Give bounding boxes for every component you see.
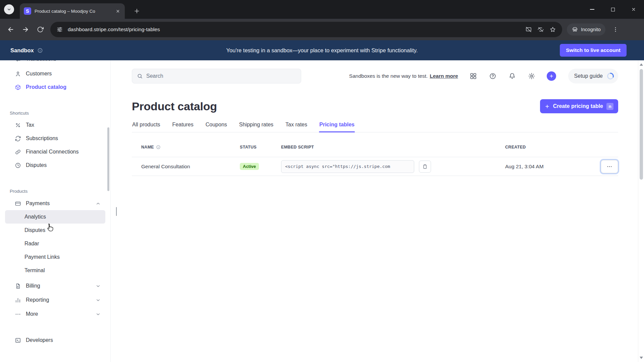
scroll-down-arrow[interactable] (640, 357, 643, 359)
sidebar-item-radar[interactable]: Radar (5, 237, 105, 250)
sidebar-item-financial-connections[interactable]: Financial Connections (5, 145, 105, 159)
info-icon[interactable] (156, 145, 161, 149)
sidebar-section-products: Products (5, 189, 105, 194)
sidebar-section-shortcuts: Shortcuts (5, 111, 105, 116)
tab-pricing-tables[interactable]: Pricing tables (319, 119, 355, 132)
sidebar-item-label: Analytics (24, 214, 46, 220)
settings-button[interactable] (527, 72, 536, 80)
sidebar-item-analytics[interactable]: Analytics (5, 210, 105, 224)
customers-icon (15, 71, 21, 77)
chevron-down-icon (6, 7, 12, 12)
sidebar-item-label: Payments (26, 200, 50, 206)
scrollbar-thumb[interactable] (640, 69, 643, 180)
sidebar-item-terminal[interactable]: Terminal (5, 264, 105, 277)
reload-button[interactable] (33, 22, 48, 37)
browser-toolbar: dashboard.stripe.com/test/pricing-tables… (0, 19, 644, 40)
clipboard-icon (422, 164, 428, 169)
sidebar-item-label: Transactions (26, 60, 56, 62)
tab-features[interactable]: Features (172, 119, 194, 132)
embed-script-text: <script async src="https://js.stripe.com (285, 164, 390, 169)
sidebar-item-more[interactable]: More (5, 307, 105, 321)
tab-shipping-rates[interactable]: Shipping rates (239, 119, 274, 132)
setup-guide-button[interactable]: Setup guide (568, 69, 618, 83)
created-timestamp: Aug 21, 3:04 AM (505, 164, 544, 169)
browser-menu-button[interactable] (609, 23, 622, 36)
tab-tax-rates[interactable]: Tax rates (285, 119, 308, 132)
catalog-tabs: All products Features Coupons Shipping r… (132, 119, 618, 132)
bookmark-star-icon[interactable] (549, 25, 557, 34)
sidebar-scrollbar[interactable] (107, 127, 109, 191)
sidebar-item-label: Product catalog (26, 84, 66, 90)
create-pricing-table-button[interactable]: Create pricing table n (540, 99, 618, 113)
sidebar-item-billing[interactable]: Billing (5, 279, 105, 293)
sidebar-item-label: Tax (26, 122, 34, 128)
quick-create-button[interactable] (547, 71, 556, 81)
sidebar-item-payment-links[interactable]: Payment Links (5, 250, 105, 264)
incognito-label: Incognito (581, 27, 601, 32)
window-maximize-button[interactable] (602, 0, 623, 19)
url-bar[interactable]: dashboard.stripe.com/test/pricing-tables (50, 22, 562, 37)
stripe-favicon: S (24, 7, 31, 15)
reload-icon (37, 26, 44, 33)
progress-ring-icon (607, 72, 614, 80)
tab-search-button[interactable] (4, 4, 14, 14)
apps-grid-button[interactable] (469, 72, 478, 80)
row-overflow-menu-button[interactable] (601, 160, 618, 173)
sidebar-item-label: Disputes (24, 227, 45, 233)
tab-coupons[interactable]: Coupons (205, 119, 227, 132)
table-header-row: NAME STATUS EMBED SCRIPT CREATED (132, 137, 618, 157)
sidebar-item-tax[interactable]: Tax (5, 118, 105, 132)
sandbox-banner: Sandbox You're testing in a sandbox—your… (0, 40, 644, 60)
url-text: dashboard.stripe.com/test/pricing-tables (68, 26, 160, 33)
sandboxes-message: Sandboxes is the new way to test. (349, 73, 428, 79)
column-header-name: NAME (141, 145, 154, 149)
learn-more-link[interactable]: Learn more (430, 73, 458, 79)
sidebar-item-transactions[interactable]: Transactions (5, 60, 111, 66)
forward-button[interactable] (18, 22, 33, 37)
close-icon (631, 7, 636, 12)
sidebar-item-product-catalog[interactable]: Product catalog (5, 80, 105, 94)
sidebar-item-reporting[interactable]: Reporting (5, 293, 105, 307)
keyboard-shortcut-badge: n (606, 103, 613, 110)
screen-share-off-icon[interactable] (525, 25, 533, 34)
back-icon (7, 26, 14, 33)
embed-script-field[interactable]: <script async src="https://js.stripe.com (281, 160, 414, 173)
table-row[interactable]: General Consultation Active <script asyn… (132, 157, 618, 176)
site-settings-icon[interactable] (56, 25, 64, 34)
window-close-button[interactable] (623, 0, 644, 19)
sidebar-item-payments-disputes[interactable]: Disputes (5, 224, 105, 237)
help-button[interactable] (488, 72, 497, 80)
notifications-button[interactable] (508, 72, 517, 80)
chevron-down-icon (96, 298, 101, 303)
tab-close-icon[interactable] (115, 8, 121, 14)
sidebar-item-subscriptions[interactable]: Subscriptions (5, 132, 105, 145)
page-title: Product catalog (132, 100, 217, 113)
eye-off-icon[interactable] (537, 25, 545, 34)
sidebar-item-payments[interactable]: Payments (5, 197, 105, 210)
incognito-icon (572, 26, 578, 33)
sidebar-item-label: Terminal (24, 267, 45, 274)
new-tab-button[interactable] (131, 3, 143, 19)
switch-to-live-account-button[interactable]: Switch to live account (560, 44, 627, 57)
plus-icon (133, 8, 140, 14)
search-input[interactable]: Search (132, 69, 301, 83)
stripe-dashboard: Transactions Customers Product catalog S… (0, 60, 644, 362)
search-placeholder: Search (146, 73, 163, 79)
sidebar-item-developers[interactable]: Developers (5, 334, 105, 347)
chevron-down-icon (96, 312, 101, 317)
create-button-label: Create pricing table (553, 103, 603, 109)
gear-icon (528, 72, 535, 80)
copy-embed-script-button[interactable] (419, 161, 431, 173)
chevron-down-icon (96, 284, 101, 289)
sidebar-item-disputes[interactable]: Disputes (5, 159, 105, 172)
back-button[interactable] (3, 22, 18, 37)
browser-tab[interactable]: S Product catalog – Moodjoy Co (20, 3, 125, 19)
scroll-up-arrow[interactable] (640, 63, 643, 66)
window-minimize-button[interactable] (582, 0, 602, 19)
help-icon (489, 72, 496, 80)
page-scrollbar[interactable] (638, 60, 644, 362)
sidebar-item-customers[interactable]: Customers (5, 67, 105, 80)
tab-all-products[interactable]: All products (132, 119, 161, 132)
pricing-table-name[interactable]: General Consultation (141, 164, 190, 169)
payments-icon (15, 200, 21, 207)
